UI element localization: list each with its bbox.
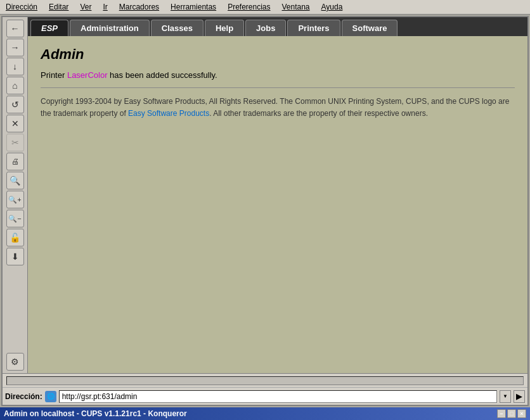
- success-prefix: Printer: [41, 70, 67, 80]
- success-suffix: has been added successfully.: [108, 70, 217, 80]
- gear-button[interactable]: ⚙: [6, 353, 24, 371]
- menu-ir[interactable]: Ir: [101, 2, 109, 12]
- stop-button[interactable]: ✕: [6, 115, 24, 132]
- tab-software[interactable]: Software: [342, 20, 398, 36]
- close-button[interactable]: ×: [517, 409, 526, 418]
- back-button[interactable]: ←: [6, 20, 24, 37]
- page-title: Admin: [41, 46, 515, 63]
- menu-ventana[interactable]: Ventana: [280, 2, 312, 12]
- down-button[interactable]: ↓: [6, 58, 24, 75]
- tab-printers[interactable]: Printers: [287, 20, 340, 36]
- page-body: Admin Printer LaserColor has been added …: [28, 36, 527, 373]
- address-go-button[interactable]: ▶: [514, 390, 525, 403]
- address-icon: 🌐: [45, 391, 56, 402]
- menu-bar: Dirección Editar Ver Ir Marcadores Herra…: [0, 0, 530, 15]
- copyright-text: Copyright 1993-2004 by Easy Software Pro…: [41, 96, 515, 120]
- tab-classes[interactable]: Classes: [151, 20, 204, 36]
- download-button[interactable]: ⬇: [6, 248, 24, 265]
- copyright-end: . All other trademarks are the property …: [209, 109, 428, 118]
- content-wrapper: ← → ↓ ⌂ ↺ ✕ ✂ 🖨 🔍 🔍+ 🔍− 🔓 ⬇ ⚙ ESP Admini…: [3, 17, 527, 373]
- address-input[interactable]: [59, 390, 497, 403]
- printer-link[interactable]: LaserColor: [67, 70, 108, 80]
- address-bar: Dirección: 🌐 ▼ ▶: [3, 387, 527, 405]
- menu-marcadores[interactable]: Marcadores: [117, 2, 161, 12]
- menu-preferencias[interactable]: Preferencias: [226, 2, 272, 12]
- progress-bar: [6, 376, 524, 385]
- address-dropdown[interactable]: ▼: [500, 390, 511, 403]
- cut-button[interactable]: ✂: [6, 134, 24, 151]
- menu-herramientas[interactable]: Herramientas: [169, 2, 218, 12]
- title-bar: Admin on localhost - CUPS v1.1.21rc1 - K…: [0, 407, 530, 420]
- menu-ver[interactable]: Ver: [78, 2, 93, 12]
- nav-tabs: ESP Administration Classes Help Jobs Pri…: [28, 17, 527, 36]
- maximize-button[interactable]: □: [507, 409, 516, 418]
- tab-administration[interactable]: Administration: [70, 20, 150, 36]
- lock-button[interactable]: 🔓: [6, 229, 24, 246]
- refresh-button[interactable]: ↺: [6, 96, 24, 113]
- browser-window: ← → ↓ ⌂ ↺ ✕ ✂ 🖨 🔍 🔍+ 🔍− 🔓 ⬇ ⚙ ESP Admini…: [1, 16, 529, 406]
- menu-direccion[interactable]: Dirección: [4, 2, 39, 12]
- success-message: Printer LaserColor has been added succes…: [41, 70, 515, 80]
- menu-ayuda[interactable]: Ayuda: [320, 2, 345, 12]
- tab-help[interactable]: Help: [205, 20, 244, 36]
- minimize-button[interactable]: −: [497, 409, 506, 418]
- address-label: Dirección:: [5, 392, 42, 401]
- easy-software-link[interactable]: Easy Software Products: [128, 109, 209, 118]
- side-toolbar: ← → ↓ ⌂ ↺ ✕ ✂ 🖨 🔍 🔍+ 🔍− 🔓 ⬇ ⚙: [3, 17, 28, 373]
- zoom-out-button[interactable]: 🔍−: [6, 210, 24, 227]
- zoom-in-button[interactable]: 🔍+: [6, 191, 24, 208]
- window-title: Admin on localhost - CUPS v1.1.21rc1 - K…: [4, 409, 187, 418]
- divider: [41, 87, 515, 88]
- tab-jobs[interactable]: Jobs: [245, 20, 286, 36]
- forward-button[interactable]: →: [6, 39, 24, 56]
- home-button[interactable]: ⌂: [6, 77, 24, 94]
- menu-editar[interactable]: Editar: [47, 2, 70, 12]
- search-button[interactable]: 🔍: [6, 172, 24, 189]
- status-bar: [3, 373, 527, 387]
- main-content: ESP Administration Classes Help Jobs Pri…: [28, 17, 527, 373]
- tab-esp[interactable]: ESP: [30, 20, 68, 36]
- print-button[interactable]: 🖨: [6, 153, 24, 170]
- title-controls: − □ ×: [497, 409, 526, 418]
